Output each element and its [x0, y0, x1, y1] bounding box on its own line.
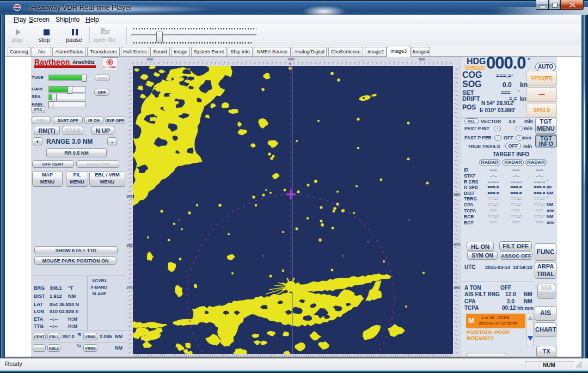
svg-text:090: 090 — [454, 286, 460, 290]
svg-text:330: 330 — [146, 57, 153, 61]
svg-text:285: 285 — [126, 243, 133, 247]
svg-text:075: 075 — [454, 243, 460, 247]
svg-text:300: 300 — [126, 194, 133, 198]
svg-text:060: 060 — [454, 193, 460, 197]
svg-text:270: 270 — [126, 286, 133, 290]
svg-text:030: 030 — [419, 57, 425, 61]
svg-text:000: 000 — [288, 57, 295, 61]
